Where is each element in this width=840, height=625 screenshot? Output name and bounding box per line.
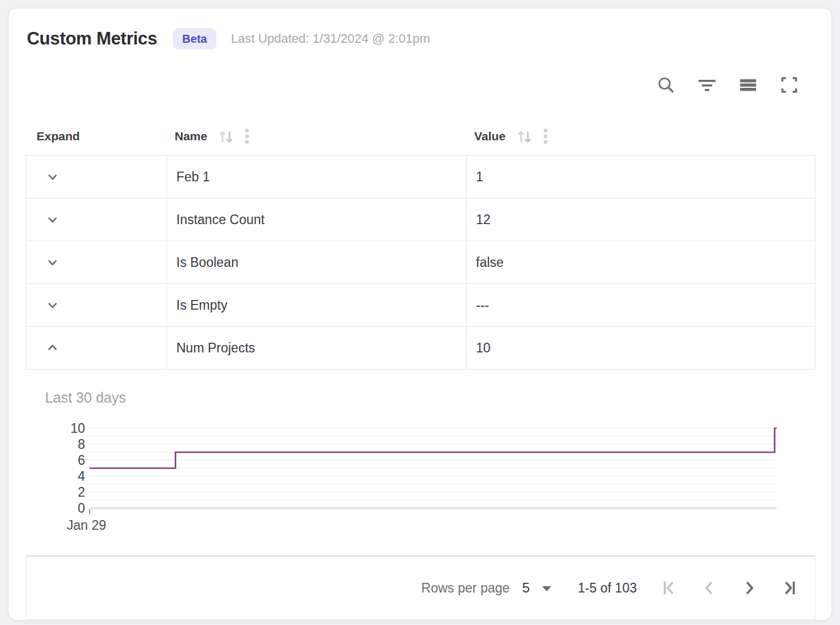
table-row: Instance Count 12: [26, 198, 815, 241]
next-page-button[interactable]: [741, 579, 758, 596]
svg-text:6: 6: [78, 453, 85, 468]
filter-icon[interactable]: [697, 75, 717, 95]
cell-expand: [26, 284, 167, 326]
first-page-button[interactable]: [661, 579, 678, 596]
column-header-value[interactable]: Value: [466, 127, 815, 146]
cell-value: 1: [466, 156, 815, 198]
table-row: Feb 1 1: [26, 156, 815, 198]
table-row: Is Boolean false: [26, 241, 815, 284]
cell-value: 10: [466, 327, 815, 369]
column-menu-icon[interactable]: [542, 127, 549, 145]
cell-name: Is Boolean: [167, 241, 466, 283]
column-menu-icon[interactable]: [244, 127, 251, 145]
svg-text:0: 0: [78, 501, 85, 516]
svg-text:10: 10: [70, 421, 85, 436]
fullscreen-icon[interactable]: [779, 75, 799, 95]
caret-down-icon: [542, 586, 551, 591]
rows-per-page-select[interactable]: 5: [522, 580, 551, 596]
column-label: Value: [474, 129, 506, 143]
cell-value: false: [466, 241, 815, 283]
sort-icon[interactable]: [515, 127, 534, 146]
cell-expand: [26, 241, 167, 283]
cell-expand: [26, 327, 167, 369]
metrics-table: Expand Name Value: [26, 117, 815, 370]
expand-row-button[interactable]: [44, 211, 61, 228]
expand-row-button[interactable]: [44, 339, 61, 356]
table-header-row: Expand Name Value: [26, 117, 815, 155]
column-label: Name: [175, 129, 207, 143]
pagination-footer: Rows per page 5 1-5 of 103: [26, 555, 815, 620]
column-header-name[interactable]: Name: [166, 127, 466, 146]
svg-text:2: 2: [78, 485, 85, 500]
expand-row-button[interactable]: [44, 168, 61, 185]
expand-row-button[interactable]: [44, 254, 61, 271]
svg-text:8: 8: [78, 437, 85, 452]
column-label: Expand: [37, 129, 80, 143]
table-toolbar: [656, 75, 799, 95]
metric-history-chart: 0246810Jan 29: [58, 417, 794, 537]
svg-text:4: 4: [78, 469, 85, 484]
table-row: Num Projects 10: [26, 327, 815, 369]
rows-per-page-value: 5: [522, 580, 530, 596]
cell-value: 12: [466, 198, 815, 241]
table-body: Feb 1 1 Instance Count 12: [26, 155, 815, 370]
cell-value: ---: [466, 284, 815, 326]
card-header: Custom Metrics Beta Last Updated: 1/31/2…: [27, 28, 430, 50]
last-updated-text: Last Updated: 1/31/2024 @ 2:01pm: [231, 31, 430, 46]
prev-page-button[interactable]: [701, 579, 718, 596]
beta-badge: Beta: [173, 28, 216, 50]
cell-expand: [26, 156, 167, 198]
page-title: Custom Metrics: [27, 29, 157, 49]
sort-icon[interactable]: [216, 127, 236, 146]
cell-name: Instance Count: [167, 198, 466, 241]
last-page-button[interactable]: [781, 579, 798, 596]
svg-text:Jan 29: Jan 29: [67, 518, 106, 533]
expand-row-button[interactable]: [44, 297, 61, 314]
page-range-label: 1-5 of 103: [578, 581, 637, 596]
custom-metrics-card: Custom Metrics Beta Last Updated: 1/31/2…: [8, 8, 832, 620]
pagination-nav: [661, 579, 798, 596]
density-icon[interactable]: [738, 75, 758, 95]
cell-expand: [26, 198, 167, 241]
rows-per-page-label: Rows per page: [421, 581, 510, 596]
search-icon[interactable]: [656, 75, 676, 95]
cell-name: Num Projects: [167, 327, 466, 369]
column-header-expand: Expand: [26, 129, 166, 143]
cell-name: Is Empty: [167, 284, 466, 326]
table-row: Is Empty ---: [26, 284, 815, 327]
cell-name: Feb 1: [167, 156, 466, 198]
chart-title: Last 30 days: [45, 389, 126, 406]
